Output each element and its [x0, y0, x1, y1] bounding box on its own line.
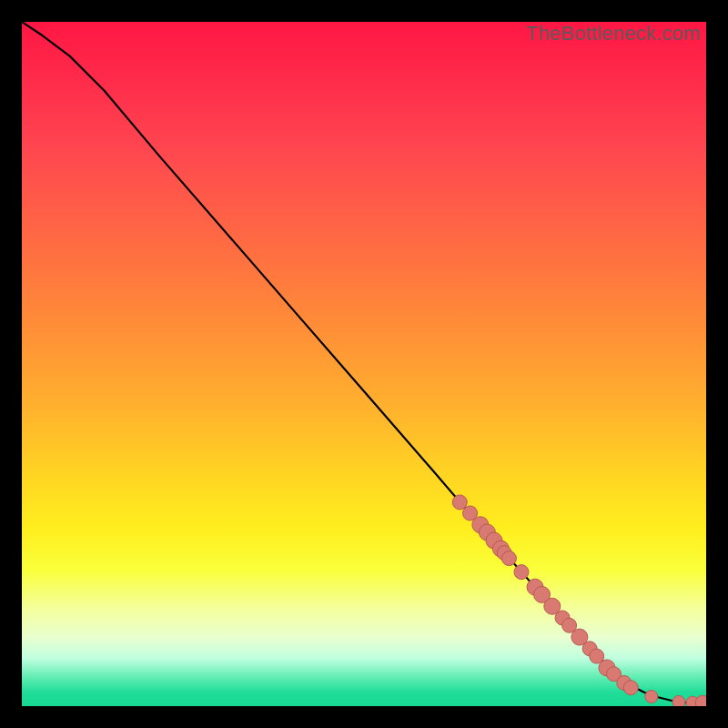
data-point: [623, 681, 638, 695]
data-points-group: [452, 495, 706, 706]
chart-frame: TheBottleneck.com: [22, 22, 706, 706]
data-point: [695, 695, 706, 706]
data-point: [672, 695, 685, 706]
bottleneck-curve: [22, 22, 706, 703]
data-point: [501, 551, 516, 566]
data-point: [514, 565, 529, 580]
data-point: [645, 690, 658, 703]
data-point: [452, 495, 467, 510]
plot-svg: [22, 22, 706, 706]
